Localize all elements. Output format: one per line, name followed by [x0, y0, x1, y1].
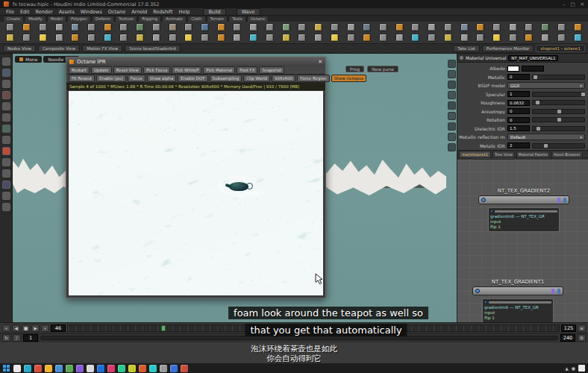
shelf-tool-icon[interactable]	[39, 23, 47, 31]
viewport-tool-icon[interactable]	[448, 133, 456, 141]
taskbar-app-icon[interactable]	[149, 365, 157, 372]
shelf-tab[interactable]: Cloth	[187, 16, 205, 22]
node-flag-icon[interactable]	[563, 198, 566, 203]
toolbar-icon[interactable]	[2, 102, 10, 110]
shelf-tool-icon[interactable]	[541, 23, 549, 31]
taskbar-app-icon[interactable]	[24, 365, 31, 372]
shelf-tool-icon[interactable]	[6, 23, 14, 31]
taskbar-app-icon[interactable]	[45, 365, 52, 372]
network-tab[interactable]: Tree View	[492, 151, 515, 158]
rotation-field[interactable]: 0	[507, 117, 530, 123]
pane-tab[interactable]: Take List	[453, 45, 480, 52]
viewport-tool-icon[interactable]	[448, 112, 456, 120]
metallic-reflection-dropdown[interactable]: Default▾	[507, 134, 585, 140]
network-path-dropdown[interactable]: mat/shopnet1	[459, 151, 491, 158]
rotation-slider[interactable]	[532, 117, 585, 122]
toolbar-icon[interactable]	[2, 158, 10, 166]
shelf-tab[interactable]: Polygon	[67, 16, 91, 22]
shelf-tool-icon[interactable]	[217, 34, 225, 42]
shelf-tool-icon[interactable]	[557, 23, 566, 31]
node-nt-tex-gradient1[interactable]: NT_TEX_GRADIENT1 gradientmlt — NT_TEX_GR…	[472, 279, 563, 322]
octane-toolbar-button[interactable]: Reset View	[113, 66, 142, 74]
metalic-ior-slider[interactable]	[532, 143, 585, 148]
octane-titlebar[interactable]: Octane IPR ✕	[66, 57, 325, 66]
octane-toolbar-button[interactable]: Show Octopus	[331, 75, 366, 82]
octane-toolbar-button[interactable]: Snapshot	[259, 66, 284, 74]
taskbar-app-icon[interactable]	[34, 365, 42, 372]
menu-item[interactable]: Help	[176, 9, 193, 15]
render-image[interactable]	[69, 91, 323, 295]
toolbar-icon[interactable]	[2, 136, 10, 144]
current-frame-field[interactable]: 46	[51, 325, 66, 332]
menu-item[interactable]: Render	[32, 9, 55, 15]
octane-toolbar-button[interactable]: Enable DOF	[178, 75, 207, 82]
material-node-name-field[interactable]: NT_MAT_UNIVERSAL1	[508, 55, 558, 61]
shelf-tab[interactable]: Rigging	[138, 16, 161, 22]
shelf-tool-icon[interactable]	[476, 23, 484, 31]
minimize-button[interactable]: –	[563, 1, 565, 7]
viewport-tool-icon[interactable]	[448, 70, 456, 78]
toolbar-icon[interactable]	[2, 57, 10, 66]
shelf-tool-icon[interactable]	[574, 23, 582, 31]
playhead-marker[interactable]	[161, 325, 166, 331]
pane-tab[interactable]: Composite View	[38, 45, 80, 52]
shelf-tab[interactable]: Deform	[92, 16, 114, 22]
transport-button[interactable]: «	[2, 325, 10, 332]
octane-toolbar-button[interactable]: Force Region	[297, 75, 329, 82]
octane-toolbar-button[interactable]: Enable (pu)	[96, 75, 126, 82]
network-breadcrumb[interactable]: shopnet1 › octane1	[536, 45, 585, 52]
anisotropy-slider[interactable]	[532, 109, 585, 114]
shelf-tool-icon[interactable]	[282, 34, 290, 42]
node-flag-icon[interactable]	[557, 289, 560, 294]
octane-toolbar-button[interactable]: Subsampling	[210, 75, 243, 82]
taskbar-app-icon[interactable]	[97, 365, 104, 372]
node-parm-panel[interactable]: gradientmlt — NT_TEX_GRinputflip 1	[488, 207, 560, 232]
taskbar-app-icon[interactable]	[181, 365, 188, 372]
toolbar-icon[interactable]	[2, 69, 10, 77]
toolbar-icon[interactable]	[2, 125, 10, 133]
taskbar-app-icon[interactable]	[107, 365, 115, 372]
shelf-tool-icon[interactable]	[492, 23, 501, 31]
octane-close-icon[interactable]: ✕	[318, 59, 322, 65]
shelf-tool-icon[interactable]	[184, 23, 193, 31]
shelf-tool-icon[interactable]	[217, 23, 225, 31]
new-pane-button[interactable]: New pane	[367, 66, 398, 72]
network-tab[interactable]: Material Palette	[516, 151, 550, 158]
node-flag-icon[interactable]	[551, 289, 554, 294]
shelf-tool-icon[interactable]	[22, 34, 31, 42]
toolbar-icon[interactable]	[2, 192, 10, 200]
range-end-field[interactable]: 240	[560, 334, 575, 342]
shelf-tab[interactable]: Texture	[115, 16, 137, 22]
shelf-tool-icon[interactable]	[152, 23, 160, 31]
shelf-tool-icon[interactable]	[525, 23, 533, 31]
maximize-button[interactable]: □	[570, 1, 575, 7]
octane-toolbar-button[interactable]: Clip World	[243, 75, 270, 82]
viewport-tool-icon[interactable]	[448, 60, 456, 68]
octane-toolbar-button[interactable]: 906x600	[272, 75, 295, 82]
octane-toolbar-button[interactable]: Focus	[128, 75, 146, 82]
shelf-tool-icon[interactable]	[39, 34, 47, 42]
octane-toolbar-button[interactable]: Fit Resout	[69, 75, 95, 82]
shelf-tab[interactable]: Modify	[25, 16, 46, 22]
taskbar-app-icon[interactable]	[118, 365, 125, 372]
shelfset-selector[interactable]: Wave	[237, 8, 260, 16]
pane-tab[interactable]: Nodes View	[3, 45, 36, 52]
shelf-tool-icon[interactable]	[184, 34, 193, 42]
shelf-tool-icon[interactable]	[71, 34, 79, 42]
toolbar-icon[interactable]	[2, 203, 10, 211]
shelf-tool-icon[interactable]	[249, 23, 257, 31]
shelf-tool-icon[interactable]	[233, 23, 241, 31]
taskbar-app-icon[interactable]	[170, 365, 178, 372]
menu-item[interactable]: Redshift	[150, 9, 175, 15]
network-tab[interactable]: Asset Browser	[551, 151, 583, 158]
shelf-tool-icon[interactable]	[55, 23, 63, 31]
shelf-tool-icon[interactable]	[379, 34, 387, 42]
desk-selector[interactable]: Build	[203, 8, 225, 16]
shelf-tool-icon[interactable]	[169, 34, 177, 42]
octane-toolbar-button[interactable]: Restart	[69, 66, 90, 74]
taskbar-app-icon[interactable]	[76, 365, 84, 372]
viewport-tool-icon[interactable]	[448, 122, 456, 131]
menu-item[interactable]: Arnold	[128, 9, 150, 15]
shelf-tool-icon[interactable]	[509, 34, 517, 42]
menu-item[interactable]: Edit	[17, 9, 33, 15]
